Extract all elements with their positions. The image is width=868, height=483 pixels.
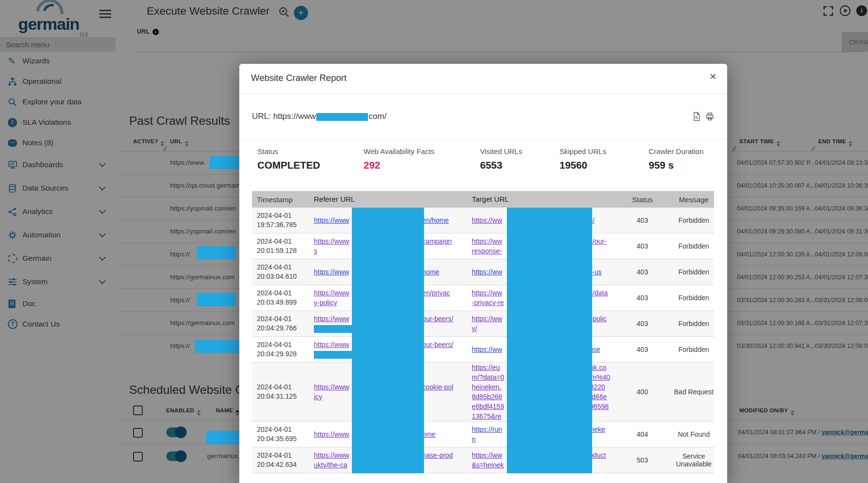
timestamp-cell: 2024-04-0120:03:04.610 xyxy=(252,263,310,281)
url-link[interactable]: https://ww xyxy=(472,237,502,245)
url-link[interactable]: &s=heinek xyxy=(472,461,504,469)
url-link[interactable]: campaign xyxy=(422,237,452,245)
stat-value: COMPLETED xyxy=(257,159,364,171)
stat-label: Skipped URLs xyxy=(559,147,649,155)
url-link[interactable]: our-beers/ xyxy=(422,341,453,348)
timestamp-cell: 2024-04-0120:01:59.128 xyxy=(252,237,310,255)
stat-label: Status xyxy=(257,147,364,155)
report-column-header-timestamp: Timestamp xyxy=(252,195,310,204)
url-link[interactable]: en/privac xyxy=(422,289,450,297)
url-link[interactable]: home xyxy=(422,268,439,276)
url-link[interactable]: https://www xyxy=(314,216,349,224)
url-link[interactable]: 13675&re xyxy=(472,412,502,420)
report-column-header-referer-url: Referer URL xyxy=(310,194,468,204)
text-fragment: com/ xyxy=(368,112,386,121)
stat-value: 292 xyxy=(364,159,480,171)
status-message-cell: Bad Request xyxy=(662,388,726,396)
status-code-cell: 403 xyxy=(623,268,662,276)
stat-label: Visited URLs xyxy=(480,147,559,155)
timestamp-cell: 2024-04-0120:04:35.695 xyxy=(252,425,310,444)
timestamp-cell: 2024-04-0120:04:29.766 xyxy=(252,314,310,333)
timestamp-cell: 2024-04-0120:04:42.634 xyxy=(252,451,310,469)
report-table-row: 2024-04-0120:04:35.695https://wwwomehttp… xyxy=(252,422,714,447)
report-table-row: 2024-04-0119:57:36.785https://wwwen/home… xyxy=(252,208,714,233)
url-link[interactable]: https://www xyxy=(314,289,349,297)
text-fragment: URL: https://www xyxy=(252,112,316,121)
url-link[interactable]: https://www xyxy=(314,430,349,438)
report-column-header-target-url: Target URL xyxy=(468,194,623,204)
report-table-row: 2024-04-0120:04:42.634https://wwwhase-pr… xyxy=(252,447,714,473)
crawled-url: URL: https://wwwcom/ xyxy=(252,112,386,121)
url-link[interactable]: m/?data=0 xyxy=(472,373,504,381)
export-csv-icon[interactable] xyxy=(692,112,700,121)
url-link[interactable]: 8d85b268 xyxy=(472,393,502,401)
url-link[interactable]: icy xyxy=(314,393,322,401)
url-link[interactable]: response- xyxy=(472,247,502,255)
status-message-cell: Forbidden xyxy=(662,216,726,224)
url-link[interactable]: https://ww xyxy=(472,346,502,353)
url-link[interactable]: ukty/the-ca xyxy=(314,461,347,469)
stat-label: Crawler Duration xyxy=(649,147,704,155)
website-crawler-report-modal: Website Crawler Report × URL: https://ww… xyxy=(239,64,727,483)
status-message-cell: Forbidden xyxy=(662,294,726,302)
report-column-header-message: Message xyxy=(662,195,726,204)
url-link[interactable]: en/home xyxy=(422,216,448,224)
status-message-cell: Not Found xyxy=(662,430,726,438)
report-column-header-status: Status xyxy=(623,195,662,204)
status-message-cell: Forbidden xyxy=(662,268,726,276)
url-link[interactable]: cookie-pol xyxy=(422,383,453,391)
redaction-bar xyxy=(352,208,424,473)
report-table-row: 2024-04-0120:01:59.128https://wwwcampaig… xyxy=(252,233,714,259)
redaction-box xyxy=(316,113,368,121)
crawl-report-table: TimestampReferer URLTarget URLStatusMess… xyxy=(252,191,714,473)
timestamp-cell: 2024-04-0120:04:29.928 xyxy=(252,340,310,359)
timestamp-cell: 2024-04-0119:57:36.785 xyxy=(252,211,310,230)
url-link[interactable]: ome xyxy=(422,430,435,438)
url-link[interactable]: our-beers/ xyxy=(422,315,453,323)
status-code-cell: 404 xyxy=(623,430,662,438)
url-link[interactable]: -privacy-re xyxy=(472,299,504,307)
url-link[interactable]: https://ww xyxy=(472,268,502,276)
url-link[interactable]: s xyxy=(314,247,317,255)
stat-value: 6553 xyxy=(480,159,559,171)
app-root: germain UX ✎WizardsOperationalExplore yo… xyxy=(0,0,868,483)
url-link[interactable]: https://ww xyxy=(472,451,502,459)
url-link[interactable]: heineken. xyxy=(472,383,502,391)
report-table-row: 2024-04-0120:04:31.125https://wwwcookie-… xyxy=(252,363,714,422)
stat-crawler-duration: Crawler Duration959 s xyxy=(649,147,704,191)
url-link[interactable]: https://www xyxy=(314,383,349,391)
status-code-cell: 400 xyxy=(623,388,662,396)
report-table-row: 2024-04-0120:03:04.610https://wwwhomehtt… xyxy=(252,259,714,285)
url-link[interactable]: e6bdf4159 xyxy=(472,403,504,410)
stat-value: 959 s xyxy=(649,159,704,171)
url-link[interactable]: https://eu xyxy=(472,364,500,371)
url-link[interactable]: https://www xyxy=(314,315,349,323)
status-message-cell: Forbidden xyxy=(662,242,726,250)
url-link[interactable]: https://www xyxy=(314,451,349,459)
print-icon[interactable] xyxy=(705,112,714,121)
stat-skipped-urls: Skipped URLs19560 xyxy=(559,147,649,191)
status-code-cell: 403 xyxy=(623,294,662,302)
status-code-cell: 403 xyxy=(623,320,662,328)
url-link[interactable]: https://www xyxy=(314,268,349,276)
report-table-row: 2024-04-0120:03:49.899https://wwwen/priv… xyxy=(252,285,714,311)
close-icon[interactable]: × xyxy=(710,71,716,82)
url-link[interactable]: hase-prod xyxy=(422,451,453,459)
status-code-cell: 403 xyxy=(623,242,662,250)
url-link[interactable]: https://www xyxy=(314,341,349,348)
stat-status: StatusCOMPLETED xyxy=(257,147,364,191)
url-link[interactable]: https://ww xyxy=(472,315,502,323)
url-link[interactable]: y-policy xyxy=(314,299,337,307)
crawl-stats: StatusCOMPLETEDWeb Availability Facts292… xyxy=(239,139,727,191)
url-link[interactable]: https://ww xyxy=(472,289,502,297)
url-link[interactable]: n xyxy=(472,435,476,443)
modal-title: Website Crawler Report xyxy=(251,73,347,83)
url-link[interactable]: https://ww xyxy=(472,216,502,224)
url-link[interactable]: y/ xyxy=(472,325,477,332)
url-link[interactable]: https://www xyxy=(314,237,349,245)
modal-url-row: URL: https://wwwcom/ xyxy=(239,94,727,139)
url-link[interactable]: https://run xyxy=(472,425,502,433)
status-message-cell: Service Unavailable xyxy=(662,452,726,468)
report-table-row: 2024-04-0120:04:29.928https://wwwour-bee… xyxy=(252,337,714,363)
stat-value: 19560 xyxy=(559,159,649,171)
